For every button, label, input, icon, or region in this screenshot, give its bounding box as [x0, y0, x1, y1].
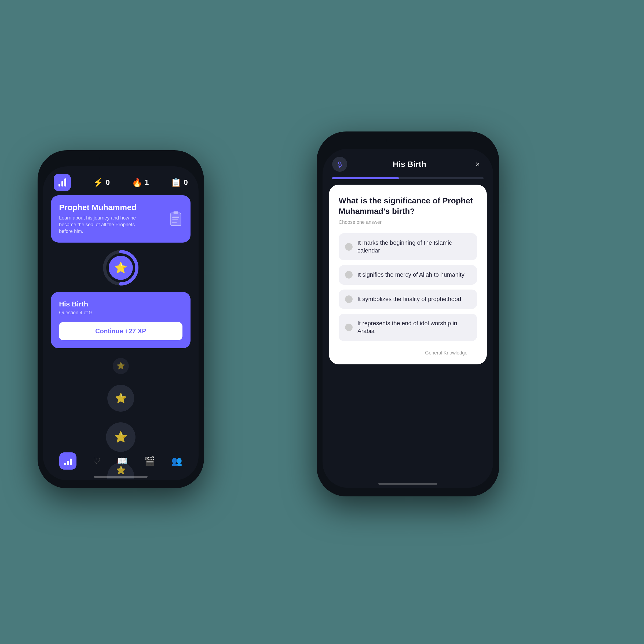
progress-circle-wrap: ⭐: [43, 249, 199, 287]
svg-rect-2: [172, 217, 179, 218]
path-node-2: ⭐: [107, 385, 134, 412]
question-text: What is the significance of Prophet Muha…: [339, 195, 477, 216]
nav-bars-icon: [64, 457, 72, 465]
clipboard-icon: 📋: [171, 177, 181, 188]
birth-card-title: His Birth: [59, 300, 182, 308]
nav-users-icon[interactable]: 👥: [171, 456, 182, 466]
left-bottom-nav: ♡ 📖 🎬 👥: [43, 452, 199, 470]
bar1: [58, 184, 60, 186]
center-star: ⭐: [109, 256, 133, 280]
left-top-bar: ⚡ 0 🔥 1 📋 0: [43, 166, 199, 195]
nav-video-icon[interactable]: 🎬: [144, 456, 155, 466]
answer-text-2: It signifies the mercy of Allah to human…: [357, 271, 464, 279]
close-button[interactable]: ×: [472, 158, 484, 170]
right-phone: His Birth × What is the significance of …: [317, 131, 499, 496]
right-home-indicator: [378, 483, 437, 485]
prophet-card-text: Prophet Muhammed Learn about his journey…: [59, 203, 140, 235]
answer-text-1: It marks the beginning of the Islamic ca…: [357, 239, 471, 254]
progress-bar-fill: [332, 177, 399, 179]
choose-label: Choose one answer: [339, 219, 477, 225]
radio-3: [345, 295, 353, 303]
path-node-1: ⭐: [113, 358, 129, 374]
nav-bar3: [70, 459, 72, 465]
progress-bar-wrap: [332, 177, 484, 179]
birth-card-subtitle: Question 4 of 9: [59, 310, 182, 316]
radio-2: [345, 271, 353, 279]
nav-heart-icon[interactable]: ♡: [93, 456, 101, 466]
clipboard-card-icon: [169, 211, 182, 227]
bars-icon: [58, 178, 66, 186]
path-node-3: ⭐: [106, 422, 136, 452]
fire-count: 1: [145, 178, 149, 187]
answer-option-3[interactable]: It symbolizes the finality of prophethoo…: [339, 290, 477, 309]
radio-4: [345, 324, 353, 331]
svg-rect-3: [172, 219, 178, 220]
bar2: [61, 181, 63, 186]
answer-text-4: It represents the end of idol worship in…: [357, 320, 471, 335]
birth-card: His Birth Question 4 of 9 Continue +27 X…: [51, 292, 191, 348]
nav-book-icon[interactable]: 📖: [117, 456, 128, 466]
right-notch: [386, 137, 429, 144]
prophet-card-desc: Learn about his journey and how he becam…: [59, 215, 140, 235]
nav-chart-icon[interactable]: [59, 452, 76, 470]
clipboard-count: 0: [184, 178, 188, 187]
answer-option-1[interactable]: It marks the beginning of the Islamic ca…: [339, 233, 477, 260]
clipboard-stat: 📋 0: [171, 177, 188, 188]
right-screen: His Birth × What is the significance of …: [323, 149, 493, 488]
left-phone: ⚡ 0 🔥 1 📋 0 Prophet Muhammed Learn about…: [38, 150, 204, 488]
voice-icon[interactable]: [332, 157, 347, 172]
svg-rect-1: [174, 211, 178, 214]
fire-stat: 🔥 1: [132, 177, 149, 188]
svg-point-7: [339, 162, 341, 164]
lightning-icon: ⚡: [93, 177, 104, 188]
continue-button[interactable]: Continue +27 XP: [59, 322, 182, 340]
right-header-title: His Birth: [393, 160, 426, 169]
prophet-card-title: Prophet Muhammed: [59, 203, 140, 212]
question-card: What is the significance of Prophet Muha…: [329, 185, 487, 364]
left-screen: ⚡ 0 🔥 1 📋 0 Prophet Muhammed Learn about…: [43, 166, 199, 480]
progress-circle: ⭐: [102, 249, 140, 287]
left-home-indicator: [94, 476, 148, 478]
lightning-stat: ⚡ 0: [93, 177, 110, 188]
fire-icon: 🔥: [132, 177, 142, 188]
radio-1: [345, 243, 353, 251]
svg-rect-4: [172, 222, 177, 223]
chart-icon-box[interactable]: [54, 174, 71, 191]
answer-option-4[interactable]: It represents the end of idol worship in…: [339, 314, 477, 341]
general-knowledge-label: General Knowledge: [339, 346, 477, 356]
right-header: His Birth ×: [323, 149, 493, 177]
bar3: [64, 178, 66, 186]
nav-bar2: [67, 461, 69, 465]
prophet-card[interactable]: Prophet Muhammed Learn about his journey…: [51, 195, 191, 243]
answer-text-3: It symbolizes the finality of prophethoo…: [357, 295, 461, 303]
mic-svg: [336, 161, 343, 168]
nav-bar1: [64, 463, 66, 465]
lightning-count: 0: [106, 178, 110, 187]
answer-option-2[interactable]: It signifies the mercy of Allah to human…: [339, 265, 477, 285]
left-notch: [99, 155, 142, 163]
